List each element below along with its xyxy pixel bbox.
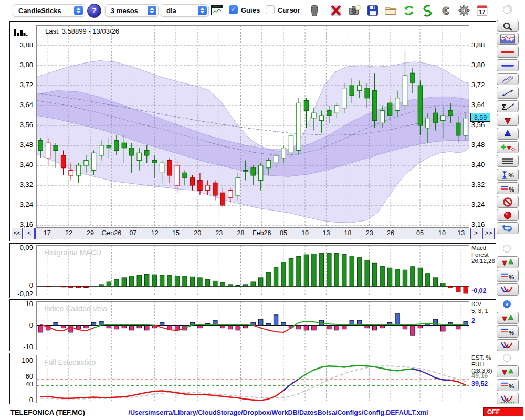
stoch-curve-button[interactable] [497,393,519,405]
blue-hline-button[interactable] [497,59,519,71]
scroll-prev-button[interactable]: < [24,228,35,239]
candle [395,98,400,111]
scroll-next-button[interactable]: > [470,228,481,239]
top-radio[interactable] [503,6,511,14]
macd-bar [418,268,422,286]
open-folder-icon[interactable] [384,4,397,17]
macd-bar [395,269,400,286]
candle [327,111,331,116]
chart-type-select[interactable]: CandleSticks [13,4,85,17]
stoch-plot[interactable]: Full Estocastico [36,355,469,403]
macd-bar [99,285,103,286]
timeframe-select[interactable]: dia [161,4,209,17]
guies-checkbox[interactable] [229,5,238,14]
icv-bar [258,319,262,326]
scroll-last-button[interactable]: >> [482,228,495,239]
icv-updown-button[interactable] [497,312,519,324]
macd-bar [266,272,270,286]
zoom-button[interactable] [497,20,519,32]
price-plot[interactable]: Last: 3.58899 - 13/03/26 [36,25,469,228]
macd-bar [312,254,316,286]
disable-button[interactable] [497,196,519,208]
macd-curve-button[interactable] [497,284,519,296]
trash-icon[interactable] [308,4,321,17]
macd-bar [365,260,369,287]
macd-levels-button[interactable]: % [497,270,519,282]
candle [411,73,415,83]
panel-tick-label: -0,02 [10,290,33,298]
icv-radio[interactable] [503,300,511,308]
macd-updown-button[interactable] [497,256,519,268]
macd-value: -0,02 [471,287,487,295]
measure-percent-button[interactable]: % [497,169,519,181]
reload-button[interactable] [497,222,519,234]
off-toggle-button[interactable]: OFF [483,407,523,416]
icv-bar [411,326,415,336]
icv-bar [304,326,308,330]
sell-arrow-button[interactable] [497,114,519,126]
chart-preview-button[interactable] [497,33,519,45]
delete-all-icon[interactable] [329,4,343,17]
help-button[interactable]: ? [87,4,101,18]
price-tick-label: 3,16 [10,220,33,228]
currency-euro-icon[interactable]: € [439,4,453,17]
icv-bar [244,326,248,328]
period-select[interactable]: 3 mesos [105,4,159,17]
trendline-tool-button[interactable] [497,87,519,99]
icv-curve-button[interactable] [497,339,519,351]
save-floppy-icon[interactable] [366,4,380,17]
candle [54,145,58,151]
levels-list-button[interactable] [497,155,519,167]
macd-bar [130,276,134,286]
calendar-icon[interactable]: 17 [475,4,489,17]
macd-radio[interactable] [503,245,511,253]
candle [167,161,172,176]
date-tick-label: 28 [237,229,245,237]
icv-bar [220,326,225,328]
candle [145,151,149,156]
date-tick-label: 15 [172,229,180,237]
snapshot-camera-icon[interactable] [348,4,361,17]
candle [228,191,233,198]
lines-percent-button[interactable]: % [497,182,519,194]
candle [76,165,80,175]
icv-bar [418,326,422,328]
candle [69,171,73,176]
mini-chart-window-icon[interactable] [211,5,223,15]
icv-bar [297,326,301,329]
sync-icon[interactable] [421,4,434,17]
candle [350,86,354,96]
channel-tool-button[interactable] [497,73,519,85]
icv-plot[interactable]: Indice Calidad Vela [36,301,469,350]
icv-levels-button[interactable]: % [497,326,519,338]
stoch-radio[interactable] [503,354,511,362]
scroll-first-button[interactable]: << [12,228,23,239]
macd-bar [441,283,445,286]
buy-arrow-button[interactable] [497,128,519,140]
status-bar: TELEFONICA (TEF.MC) /Users/mserra/Librar… [0,404,525,420]
price-tick-label: 3,40 [471,161,485,169]
config-path-link[interactable]: /Users/mserra/Library/CloudStorage/Dropb… [121,409,436,416]
price-tick-label: 3,48 [10,141,33,149]
stoch-updown-button[interactable] [497,365,519,377]
svg-text:%: % [508,172,513,178]
macd-bar [342,254,346,286]
macd-bar [372,263,376,286]
macd-plot[interactable]: Histgrama MACD [36,245,469,296]
refresh-recycle-icon[interactable] [402,4,416,17]
signals-combo-button[interactable] [497,141,519,153]
settings-gear-icon[interactable] [457,4,471,17]
date-tick-label: 18 [344,229,352,237]
date-axis-strip[interactable]: 172229Gen26071215202328Feb26051013182326… [35,228,469,239]
svg-text:17: 17 [479,9,486,15]
cursor-checkbox[interactable] [266,5,275,14]
icv-bar [456,326,460,329]
red-hline-button[interactable] [497,46,519,58]
sigma-trend-button[interactable]: Σ [497,100,519,112]
candle [334,106,339,113]
record-button[interactable] [497,209,519,221]
chart-style-icon[interactable] [13,28,28,38]
candle [251,168,255,175]
stoch-levels-button[interactable]: % [497,379,519,391]
price-tick-label: 3,80 [10,61,33,69]
